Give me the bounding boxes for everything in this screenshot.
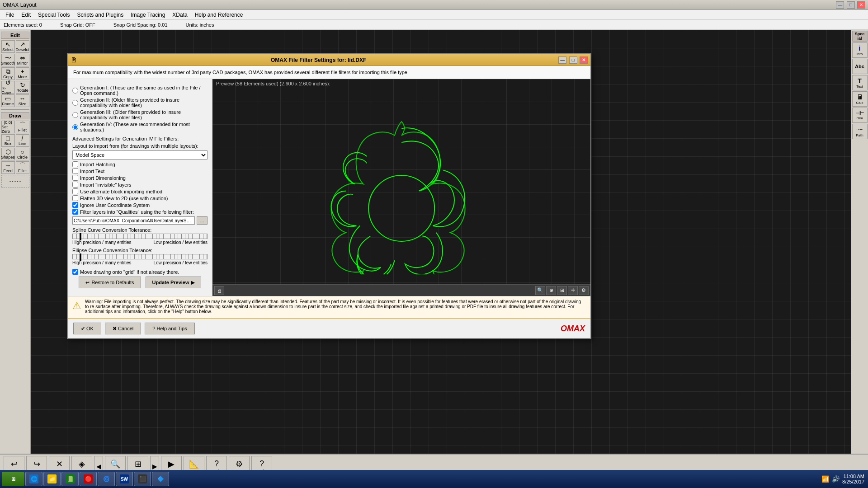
feed-tool[interactable]: → Feed (1, 161, 15, 174)
taskbar-app2[interactable]: 🔴 (80, 472, 97, 486)
ignore-ucs-checkbox[interactable] (72, 202, 78, 208)
menu-special-tools[interactable]: Special Tools (34, 11, 74, 19)
volume-icon: 🔊 (832, 475, 840, 483)
title-bar: OMAX Layout — □ ✕ (0, 0, 868, 10)
select-tool[interactable]: ↖ Select (1, 40, 15, 53)
dialog-maximize-btn[interactable]: □ (569, 56, 577, 64)
preview-print-btn[interactable]: 🖨 (214, 286, 224, 295)
deselect-icon: ↗ (20, 41, 25, 47)
dialog-close-btn[interactable]: ✕ (580, 56, 588, 64)
move-drawing-row: Move drawing onto "grid" if not already … (72, 269, 208, 275)
feed-icon: → (5, 162, 11, 169)
more-tool[interactable]: + More (16, 67, 29, 80)
browse-btn[interactable]: ... (197, 216, 208, 225)
rcopy-tool[interactable]: ↺ R-Copy (1, 81, 15, 94)
menu-image-tracing[interactable]: Image Tracing (127, 11, 169, 19)
layout-row: Layout to import from (for drawings with… (72, 143, 208, 149)
menu-scripts[interactable]: Scripts and Plugins (74, 11, 127, 19)
taskbar-chrome[interactable]: 🌀 (98, 472, 115, 486)
info-btn[interactable]: i Info (852, 42, 868, 58)
alt-block-checkbox[interactable] (72, 188, 78, 194)
filter-path-input[interactable] (72, 216, 195, 225)
menu-edit[interactable]: Edit (18, 11, 34, 19)
import-invisible-checkbox[interactable] (72, 182, 78, 188)
cancel-btn[interactable]: ✖ Cancel (105, 323, 141, 334)
taskbar-ie[interactable]: 🌐 (25, 472, 42, 486)
abc-icon: Abc (855, 64, 864, 69)
menu-help[interactable]: Help and Reference (191, 11, 247, 19)
menu-xdata[interactable]: XData (169, 11, 191, 19)
abc-btn[interactable]: Abc (852, 59, 868, 74)
dash-tool[interactable]: - - - - - (1, 175, 29, 188)
restore-defaults-btn[interactable]: ↩ Restore to Defaults (79, 277, 141, 288)
taskbar-explorer[interactable]: 📁 (43, 472, 61, 486)
calc-btn[interactable]: 🖩 Calc (852, 91, 868, 107)
frame-tool[interactable]: ▭ Frame (1, 94, 15, 107)
gen4-radio[interactable] (72, 124, 78, 130)
close-btn[interactable]: ✕ (857, 1, 865, 9)
extents-icon: ⊞ (135, 459, 142, 469)
import-dim-label: Import Dimensioning (80, 175, 126, 181)
maximize-btn[interactable]: □ (847, 1, 855, 9)
fillet2-tool[interactable]: ⌒ Fillet (16, 161, 29, 174)
set-zero-tool[interactable]: (0,0) Set Zero (1, 121, 15, 133)
import-hatching-checkbox[interactable] (72, 161, 78, 167)
line-tool[interactable]: / Line (16, 134, 29, 147)
shapes-tool[interactable]: ⬡ Shapes (1, 148, 15, 160)
select-icon: ↖ (5, 41, 11, 47)
special-label: Special (852, 31, 868, 42)
flatten-3d-checkbox[interactable] (72, 195, 78, 201)
help-tips-btn[interactable]: ? Help and Tips (145, 323, 194, 334)
rcopy-icon: ↺ (5, 80, 11, 86)
import-dim-checkbox[interactable] (72, 175, 78, 181)
ok-btn[interactable]: ✔ OK (73, 323, 101, 334)
start-label: ⊞ (11, 476, 15, 482)
filter-layers-checkbox[interactable] (72, 209, 78, 215)
deselect-tool[interactable]: ↗ Deselct (16, 40, 29, 53)
status-bar: Elements used: 0 Snap Grid: OFF Snap Gri… (0, 20, 868, 30)
gen2-radio[interactable] (72, 100, 78, 106)
title-text: OMAX Layout (3, 2, 37, 8)
taskbar-sw[interactable]: SW (116, 472, 133, 486)
preview-zoom-in-btn[interactable]: 🔍 (535, 286, 545, 295)
move-drawing-checkbox[interactable] (72, 269, 78, 275)
dim-btn[interactable]: ⊣⊢ Dim (852, 108, 868, 123)
mirror-tool[interactable]: ⇔ Mirror (16, 54, 29, 66)
taskbar-app1[interactable]: 📗 (61, 472, 79, 486)
preview-settings-btn[interactable]: ⚙ (579, 286, 589, 295)
taskbar-omax[interactable]: ⬛ (134, 472, 151, 486)
filter-layers-label: Filter layers into "Qualities" using the… (80, 209, 194, 215)
more-icon: + (20, 68, 24, 75)
flatten-3d-label: Flatten 3D view to 2D (use with caution) (80, 196, 168, 201)
update-preview-btn[interactable]: Update Preview ▶ (146, 277, 201, 288)
preview-zoom-btn[interactable]: ⊕ (546, 286, 556, 295)
quality-icon: ◈ (79, 459, 85, 469)
start-button[interactable]: ⊞ (2, 472, 24, 486)
size-tool[interactable]: ↔ Size (16, 94, 29, 107)
spline-slider[interactable] (72, 234, 208, 239)
rotate-tool[interactable]: ↻ Rotate (16, 81, 29, 94)
minimize-btn[interactable]: — (836, 1, 844, 9)
copy-label: Copy (3, 75, 13, 79)
text-icon: T (858, 77, 862, 84)
gen1-radio[interactable] (72, 88, 78, 94)
ellipse-slider[interactable] (72, 254, 208, 259)
preview-pan-btn[interactable]: ✛ (568, 286, 578, 295)
copy-tool[interactable]: ⧉ Copy (1, 67, 15, 80)
circle-tool[interactable]: ○ Circle (16, 148, 29, 160)
gen3-radio[interactable] (72, 112, 78, 118)
taskbar-app3[interactable]: 🔷 (152, 472, 169, 486)
fillet2-icon: ⌒ (19, 162, 26, 169)
smooth-tool[interactable]: 〜 Smooth (1, 54, 15, 66)
app2-icon: 🔴 (84, 474, 93, 483)
text-btn[interactable]: T Text (852, 75, 868, 90)
ie-icon: 🌐 (29, 474, 38, 483)
box-tool[interactable]: □ Box (1, 134, 15, 147)
layout-select[interactable]: Model Space (72, 150, 208, 160)
fillet-tool[interactable]: ⌒ Fillet (16, 121, 29, 133)
dialog-minimize-btn[interactable]: — (558, 56, 566, 64)
preview-fit-btn[interactable]: ⊞ (557, 286, 567, 295)
path-btn[interactable]: 〰 Path (852, 124, 868, 139)
import-text-checkbox[interactable] (72, 168, 78, 174)
menu-file[interactable]: File (2, 11, 18, 19)
